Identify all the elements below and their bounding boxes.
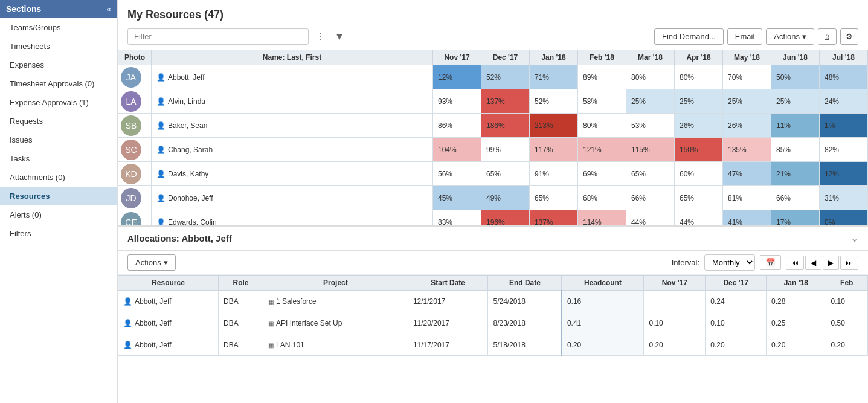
col-header-name--last--first: Name: Last, First bbox=[152, 50, 433, 65]
page-title: My Resources (47) bbox=[127, 8, 223, 21]
resource-table-body: JA👤Abbott, Jeff12%52%71%89%80%80%70%50%4… bbox=[118, 65, 868, 225]
pct-cell: 11% bbox=[771, 114, 820, 138]
actions-label: Actions bbox=[774, 32, 800, 41]
col-header-jan--18: Jan '18 bbox=[530, 50, 578, 65]
filter-input[interactable] bbox=[127, 28, 309, 45]
pct-cell: 26% bbox=[723, 114, 771, 138]
pct-cell: 66% bbox=[771, 186, 820, 210]
table-row[interactable]: JA👤Abbott, Jeff12%52%71%89%80%80%70%50%4… bbox=[118, 65, 868, 89]
alloc-col-header: Feb bbox=[826, 276, 868, 291]
sidebar-item-expense-approvals--1-[interactable]: Expense Approvals (1) bbox=[0, 93, 117, 112]
more-options-icon[interactable]: ⋮ bbox=[312, 29, 328, 44]
alloc-col-header: Dec '17 bbox=[706, 276, 767, 291]
pct-cell: 82% bbox=[820, 138, 868, 162]
filter-icon[interactable]: ▼ bbox=[332, 30, 347, 44]
alloc-cell: 0.20 bbox=[767, 334, 826, 356]
alloc-col-header: Resource bbox=[118, 276, 219, 291]
pct-cell: 52% bbox=[530, 89, 578, 114]
table-row[interactable]: CE👤Edwards, Colin83%196%137%114%44%44%41… bbox=[118, 210, 868, 225]
name-cell[interactable]: 👤Chang, Sarah bbox=[152, 138, 433, 162]
table-row[interactable]: LA👤Alvin, Linda93%137%52%58%25%25%25%25%… bbox=[118, 89, 868, 114]
alloc-cell bbox=[644, 291, 706, 312]
resource-table-header-row: PhotoName: Last, FirstNov '17Dec '17Jan … bbox=[118, 50, 868, 65]
alloc-col-header: End Date bbox=[488, 276, 562, 291]
actions-button[interactable]: Actions ▾ bbox=[766, 28, 814, 45]
alloc-table-row[interactable]: 👤Abbott, JeffDBA▦1 Salesforce12/1/20175/… bbox=[118, 291, 868, 312]
find-demand-button[interactable]: Find Demand... bbox=[654, 28, 724, 45]
table-row[interactable]: SB👤Baker, Sean86%186%213%80%53%26%26%11%… bbox=[118, 114, 868, 138]
pct-cell: 0% bbox=[820, 210, 868, 225]
alloc-cell: 0.10 bbox=[706, 312, 767, 334]
col-header-apr--18: Apr '18 bbox=[675, 50, 723, 65]
alloc-cell: DBA bbox=[219, 334, 263, 356]
alloc-cell: 8/23/2018 bbox=[488, 312, 562, 334]
pct-cell: 65% bbox=[481, 162, 530, 186]
nav-first-button[interactable]: ⏮ bbox=[786, 256, 804, 270]
alloc-table-row[interactable]: 👤Abbott, JeffDBA▦API Interface Set Up11/… bbox=[118, 312, 868, 334]
alloc-table: ResourceRoleProjectStart DateEnd DateHea… bbox=[118, 275, 868, 356]
page-header: My Resources (47) bbox=[118, 0, 868, 26]
interval-select[interactable]: Monthly Weekly Daily bbox=[704, 254, 755, 271]
sidebar-item-resources[interactable]: Resources bbox=[0, 187, 117, 205]
pct-cell: 65% bbox=[530, 186, 578, 210]
sidebar-item-requests[interactable]: Requests bbox=[0, 112, 117, 131]
alloc-col-header: Headcount bbox=[562, 276, 644, 291]
alloc-cell: 0.20 bbox=[706, 334, 767, 356]
alloc-table-row[interactable]: 👤Abbott, JeffDBA▦LAN 10111/17/20175/18/2… bbox=[118, 334, 868, 356]
sidebar-item-tasks[interactable]: Tasks bbox=[0, 149, 117, 168]
pct-cell: 86% bbox=[433, 114, 481, 138]
pct-cell: 65% bbox=[675, 186, 723, 210]
name-cell[interactable]: 👤Donohoe, Jeff bbox=[152, 186, 433, 210]
pct-cell: 65% bbox=[626, 162, 675, 186]
pct-cell: 69% bbox=[578, 162, 626, 186]
sidebar-collapse-button[interactable]: « bbox=[106, 4, 111, 14]
pct-cell: 121% bbox=[578, 138, 626, 162]
nav-next-button[interactable]: ▶ bbox=[823, 256, 839, 270]
resource-table: PhotoName: Last, FirstNov '17Dec '17Jan … bbox=[118, 50, 868, 225]
alloc-cell: 0.24 bbox=[706, 291, 767, 312]
alloc-toolbar-left: Actions ▾ bbox=[127, 254, 176, 271]
sidebar-item-alerts--0-[interactable]: Alerts (0) bbox=[0, 205, 117, 224]
alloc-col-header: Role bbox=[219, 276, 263, 291]
alloc-actions-button[interactable]: Actions ▾ bbox=[127, 254, 176, 271]
pct-cell: 24% bbox=[820, 89, 868, 114]
pct-cell: 25% bbox=[723, 89, 771, 114]
alloc-cell: 👤Abbott, Jeff bbox=[118, 312, 219, 334]
alloc-col-header: Project bbox=[263, 276, 408, 291]
alloc-toolbar: Actions ▾ Interval: Monthly Weekly Daily… bbox=[118, 251, 868, 275]
allocations-header: Allocations: Abbott, Jeff ⌄ bbox=[118, 227, 868, 251]
settings-button[interactable]: ⚙ bbox=[840, 28, 858, 45]
name-cell[interactable]: 👤Baker, Sean bbox=[152, 114, 433, 138]
sidebar-item-filters[interactable]: Filters bbox=[0, 224, 117, 243]
print-button[interactable]: 🖨 bbox=[818, 28, 837, 45]
sidebar-header: Sections « bbox=[0, 0, 117, 18]
alloc-cell: ▦LAN 101 bbox=[263, 334, 408, 356]
name-cell[interactable]: 👤Edwards, Colin bbox=[152, 210, 433, 225]
sidebar-item-issues[interactable]: Issues bbox=[0, 131, 117, 149]
collapse-allocations-icon[interactable]: ⌄ bbox=[850, 233, 858, 244]
pct-cell: 71% bbox=[530, 65, 578, 89]
nav-prev-button[interactable]: ◀ bbox=[805, 256, 821, 270]
sidebar-item-attachments--0-[interactable]: Attachments (0) bbox=[0, 168, 117, 187]
sidebar-item-teams-groups[interactable]: Teams/Groups bbox=[0, 18, 117, 37]
photo-cell: KD bbox=[118, 162, 152, 186]
sidebar-title: Sections bbox=[6, 4, 41, 14]
pct-cell: 115% bbox=[626, 138, 675, 162]
calendar-button[interactable]: 📅 bbox=[760, 255, 781, 270]
name-cell[interactable]: 👤Abbott, Jeff bbox=[152, 65, 433, 89]
alloc-cell: 0.50 bbox=[826, 312, 868, 334]
sidebar-item-timesheet-approvals--0-[interactable]: Timesheet Approvals (0) bbox=[0, 74, 117, 93]
pct-cell: 137% bbox=[481, 89, 530, 114]
table-row[interactable]: KD👤Davis, Kathy56%65%91%69%65%60%47%21%1… bbox=[118, 162, 868, 186]
sidebar-item-expenses[interactable]: Expenses bbox=[0, 56, 117, 74]
table-row[interactable]: JD👤Donohoe, Jeff45%49%65%68%66%65%81%66%… bbox=[118, 186, 868, 210]
sidebar: Sections « Teams/GroupsTimesheetsExpense… bbox=[0, 0, 118, 403]
email-button[interactable]: Email bbox=[727, 28, 763, 45]
name-cell[interactable]: 👤Alvin, Linda bbox=[152, 89, 433, 114]
name-cell[interactable]: 👤Davis, Kathy bbox=[152, 162, 433, 186]
pct-cell: 81% bbox=[723, 186, 771, 210]
table-row[interactable]: SC👤Chang, Sarah104%99%117%121%115%150%13… bbox=[118, 138, 868, 162]
sidebar-item-timesheets[interactable]: Timesheets bbox=[0, 37, 117, 56]
pct-cell: 21% bbox=[771, 162, 820, 186]
nav-last-button[interactable]: ⏭ bbox=[840, 256, 858, 270]
